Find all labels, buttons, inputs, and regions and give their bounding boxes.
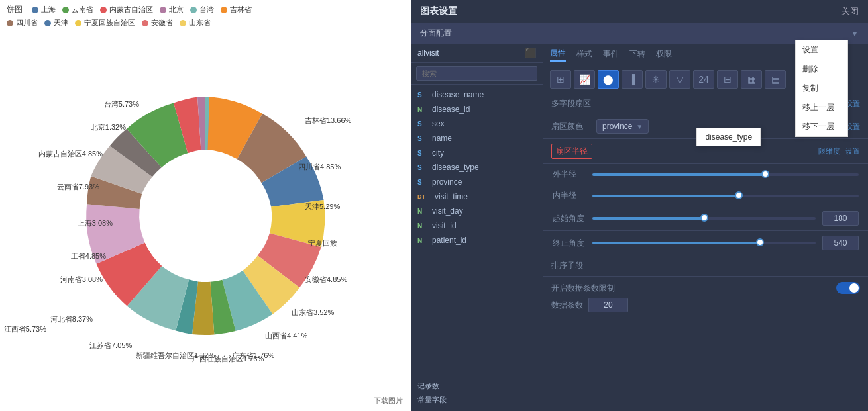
settings-link-radius[interactable]: 设置 [845, 146, 860, 156]
svg-text:江苏省7.05%: 江苏省7.05% [89, 342, 132, 349]
svg-text:安徽省4.85%: 安徽省4.85% [305, 275, 347, 283]
data-count-label: 数据条数 [551, 300, 583, 311]
context-menu-move-down[interactable]: 移下一层 [796, 117, 847, 136]
tab-events[interactable]: 事件 [603, 48, 619, 61]
allvisit-label: allvisit [417, 48, 439, 58]
field-name: visit_id [432, 221, 457, 230]
field-type-icon: S [417, 164, 428, 171]
legend-item: 山东省 [180, 18, 211, 28]
field-name: sex [432, 119, 445, 128]
field-item[interactable]: S name [411, 131, 543, 146]
field-name: province [432, 177, 462, 187]
start-angle-label: 起始角度 [553, 213, 586, 224]
section-label: 分面配置 [420, 28, 452, 39]
svg-text:天津5.29%: 天津5.29% [305, 203, 340, 210]
chart-icon-bar[interactable]: ▐ [622, 70, 643, 89]
chart-icon-table[interactable]: ⊞ [550, 70, 571, 89]
start-angle-track[interactable] [592, 217, 816, 220]
start-angle-input[interactable] [822, 211, 859, 226]
donut-chart: 吉林省13.66% 四川省4.85% 天津5.29% 宁夏回族 安徽省4.85%… [7, 40, 404, 391]
chart-icon-heatmap[interactable]: ▦ [741, 70, 762, 89]
context-menu-delete[interactable]: 删除 [796, 60, 847, 79]
svg-text:山东省3.52%: 山东省3.52% [292, 308, 334, 316]
outer-radius-track[interactable] [592, 173, 859, 176]
legend-item: 安徽省 [142, 18, 173, 28]
context-menu-move-up[interactable]: 移上一层 [796, 98, 847, 117]
chart-icon-scatter[interactable]: ✳ [645, 70, 667, 89]
svg-text:宁夏回族: 宁夏回族 [308, 239, 337, 247]
data-count-input[interactable] [588, 298, 628, 312]
chart-icon-filter[interactable]: ⊟ [717, 70, 738, 89]
search-input[interactable] [416, 66, 537, 81]
records-count-item[interactable]: 记录数 [417, 379, 536, 393]
field-item[interactable]: DT visit_time [411, 189, 543, 204]
field-item[interactable]: S sex [411, 116, 543, 131]
sector-color-label: 扇区颜色 [551, 121, 591, 132]
field-type-icon: S [417, 150, 428, 157]
context-menu-copy[interactable]: 复制 [796, 79, 847, 98]
field-item[interactable]: S province [411, 175, 543, 189]
legend-item: 上海 [32, 5, 56, 15]
field-item[interactable]: S disease_type [411, 160, 543, 175]
field-item[interactable]: S disease_name [411, 87, 543, 102]
data-limit-label: 开启数据条数限制 [551, 283, 615, 294]
field-name: disease_name [432, 90, 484, 99]
inner-radius-track[interactable] [592, 195, 859, 197]
end-angle-input[interactable] [822, 236, 859, 250]
field-list-panel: allvisit ⬛ S disease_name N disease_id S… [411, 44, 543, 411]
svg-text:四川省4.85%: 四川省4.85% [298, 163, 341, 171]
legend-item: 吉林省 [221, 5, 252, 15]
data-limit-toggle[interactable] [836, 282, 860, 294]
allvisit-header: allvisit ⬛ [411, 44, 543, 63]
search-box [411, 63, 543, 85]
legend-item: 宁夏回族自治区 [75, 18, 135, 28]
end-angle-row: 终止角度 [543, 231, 868, 255]
section-arrow-icon: ▼ [851, 29, 859, 38]
field-item[interactable]: N visit_id [411, 218, 543, 233]
svg-text:河南省3.08%: 河南省3.08% [60, 275, 103, 283]
constant-field-item[interactable]: 常量字段 [417, 393, 536, 407]
svg-text:上海3.08%: 上海3.08% [78, 219, 113, 227]
field-item[interactable]: N disease_id [411, 102, 543, 116]
context-menu-settings[interactable]: 设置 [796, 40, 847, 60]
field-type-icon: DT [417, 193, 431, 200]
data-limit-section: 开启数据条数限制 数据条数 [543, 277, 868, 318]
panel-title: 图表设置 [420, 5, 457, 17]
legend-item: 北京 [160, 5, 184, 15]
field-item[interactable]: N visit_day [411, 204, 543, 218]
inner-radius-label: 内半径 [553, 190, 586, 201]
legend-item: 四川省 [7, 18, 38, 28]
field-type-icon: N [417, 222, 428, 230]
legend-item: 天津 [44, 18, 68, 28]
tab-drilldown[interactable]: 下转 [629, 48, 645, 61]
chart-icon-funnel[interactable]: ▽ [669, 70, 690, 89]
config-body: 多字段扇区 规指标 设置 扇区颜色 province ▼ disease_typ… [543, 93, 868, 411]
svg-text:新疆维吾尔自治区1.32%: 新疆维吾尔自治区1.32% [136, 351, 215, 359]
field-type-icon: S [417, 91, 428, 99]
download-button[interactable]: 下载图片 [374, 396, 403, 406]
field-type-icon: N [417, 106, 428, 113]
chart-icon-number[interactable]: 24 [693, 70, 714, 89]
inner-radius-row: 内半径 [543, 185, 868, 206]
field-item[interactable]: S city [411, 146, 543, 160]
field-name: visit_day [432, 206, 463, 216]
panel-header: 图表设置 关闭 [411, 0, 868, 23]
chart-icon-pie[interactable]: ⬤ [598, 70, 619, 89]
field-type-icon: S [417, 135, 428, 142]
tab-style[interactable]: 样式 [576, 48, 592, 61]
province-dropdown[interactable]: province ▼ [596, 119, 649, 134]
close-button[interactable]: 关闭 [841, 5, 859, 17]
tab-permissions[interactable]: 权限 [656, 48, 672, 61]
chart-title: 饼图 [7, 4, 23, 15]
legend-item: 台湾 [190, 5, 214, 15]
chart-icon-line[interactable]: 📈 [574, 70, 595, 89]
end-angle-track[interactable] [592, 242, 816, 244]
field-name: patient_id [432, 236, 466, 245]
multisector-label: 多字段扇区 [551, 98, 591, 109]
tab-attributes[interactable]: 属性 [550, 48, 566, 62]
svg-text:北京1.32%: 北京1.32% [91, 123, 126, 131]
field-item[interactable]: N patient_id [411, 233, 543, 248]
dimension-link-radius[interactable]: 限维度 [818, 146, 840, 156]
chart-icon-more[interactable]: ▤ [765, 70, 786, 89]
legend-item: 内蒙古自治区 [100, 5, 153, 15]
